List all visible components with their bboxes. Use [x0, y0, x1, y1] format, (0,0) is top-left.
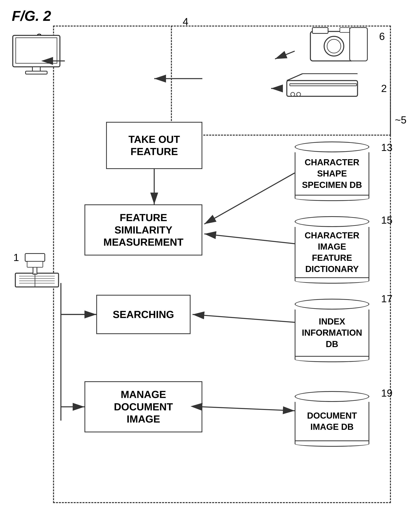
ref-2: 2: [381, 83, 387, 94]
svg-point-6: [327, 39, 341, 53]
svg-rect-10: [350, 28, 367, 61]
character-shape-db: CHARACTER SHAPE SPECIMEN DB: [295, 142, 369, 201]
character-image-db: CHARACTER IMAGE FEATURE DICTIONARY: [295, 216, 369, 284]
ref-5: ~5: [395, 114, 406, 126]
book-scanner-icon: [13, 252, 60, 291]
svg-rect-8: [340, 28, 350, 32]
feature-similarity-box: FEATURE SIMILARITY MEASUREMENT: [84, 204, 202, 256]
character-image-label: CHARACTER IMAGE FEATURE DICTIONARY: [297, 230, 367, 275]
manage-document-box: MANAGE DOCUMENT IMAGE: [84, 381, 202, 432]
ref-19: 19: [381, 387, 392, 399]
index-info-db: INDEX INFORMATION DB: [295, 299, 369, 362]
svg-rect-23: [25, 254, 45, 261]
diagram: F/G. 2 4 ~5 3 6 2 1 13 15 17 19: [0, 0, 420, 521]
svg-point-16: [297, 92, 300, 96]
take-out-feature-box: TAKE OUT FEATURE: [106, 122, 202, 169]
ref-13: 13: [381, 142, 392, 153]
svg-rect-24: [27, 261, 43, 267]
svg-rect-17: [15, 273, 59, 287]
ref-17: 17: [381, 293, 392, 305]
svg-rect-1: [16, 38, 57, 63]
index-info-label: INDEX INFORMATION DB: [302, 316, 362, 350]
svg-rect-3: [26, 71, 47, 74]
svg-line-12: [287, 74, 302, 81]
document-image-db: DOCUMENT IMAGE DB: [295, 391, 369, 447]
searching-label: SEARCHING: [113, 308, 174, 321]
svg-rect-7: [312, 28, 328, 33]
scanner-icon: [283, 73, 365, 104]
camera-icon: [295, 23, 369, 75]
figure-label: F/G. 2: [12, 8, 51, 24]
feature-similarity-label: FEATURE SIMILARITY MEASUREMENT: [103, 211, 183, 248]
manage-document-label: MANAGE DOCUMENT IMAGE: [114, 388, 173, 425]
svg-rect-14: [290, 83, 357, 86]
monitor-icon: [11, 33, 62, 77]
ref-15: 15: [381, 214, 392, 226]
svg-point-15: [291, 92, 295, 96]
searching-box: SEARCHING: [96, 295, 191, 334]
character-shape-label: CHARACTER SHAPE SPECIMEN DB: [302, 157, 362, 190]
document-image-label: DOCUMENT IMAGE DB: [307, 410, 357, 432]
ref-6: 6: [379, 30, 385, 42]
take-out-feature-label: TAKE OUT FEATURE: [128, 133, 180, 158]
